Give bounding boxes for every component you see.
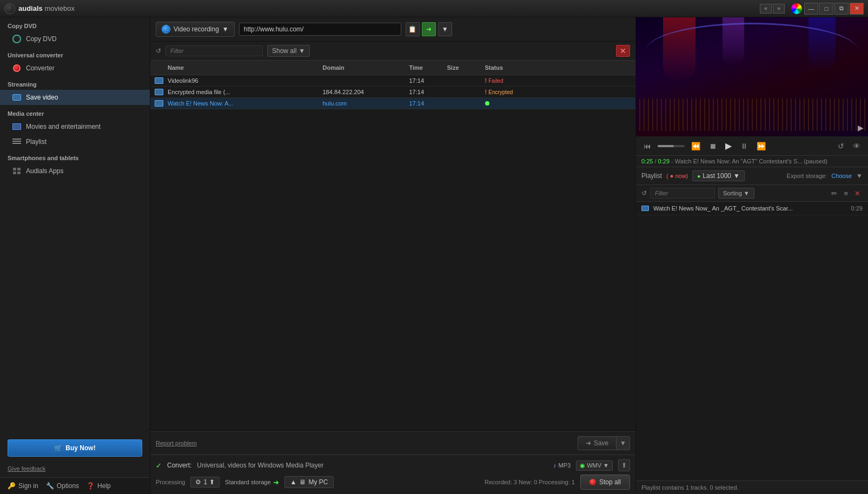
sidebar-item-label: Save video	[26, 94, 58, 101]
sidebar-item-playlist[interactable]: Playlist	[0, 134, 150, 149]
last-1000-arrow: ▼	[733, 172, 740, 180]
choose-link[interactable]: Choose	[831, 173, 852, 179]
table-row[interactable]: Videolink96 17:14 ! Failed	[150, 75, 635, 87]
player-title-text: Watch E! News Now: An "AGT" Contestant's…	[675, 158, 803, 164]
save-button[interactable]: ➜ Save	[578, 436, 617, 450]
report-problem-link[interactable]: Report problem	[156, 440, 197, 446]
playlist-filter-input[interactable]	[650, 188, 715, 199]
last-1000-dropdown[interactable]: ● Last 1000 ▼	[692, 170, 745, 181]
sidebar-section-media-center: Media center	[0, 105, 150, 119]
list-item[interactable]: Watch E! News Now_ An _AGT_ Contestant's…	[636, 202, 868, 215]
sidebar-item-save-video[interactable]: Save video	[0, 90, 150, 105]
sidebar: Copy DVD Copy DVD Universal converter Co…	[0, 17, 150, 494]
sidebar-item-movies[interactable]: Movies and entertainment	[0, 119, 150, 134]
sidebar-item-copy-dvd[interactable]: Copy DVD	[0, 31, 150, 47]
edit-button[interactable]: ✏	[829, 188, 839, 199]
show-all-arrow-icon: ▼	[299, 47, 305, 55]
buy-now-button[interactable]: 🛒 Buy Now!	[8, 439, 142, 457]
pause-button[interactable]: ⏸	[738, 141, 750, 152]
convert-collapse-button[interactable]: ⬆	[618, 459, 630, 471]
url-more-button[interactable]: ▼	[438, 22, 452, 36]
top-bar: Video recording ▼ http://www.hulu.com/ 📋…	[150, 17, 635, 42]
export-dropdown-arrow[interactable]: ▼	[856, 172, 863, 180]
save-dropdown-button[interactable]: ▼	[617, 436, 630, 450]
go-button[interactable]: ➜	[422, 22, 436, 36]
give-feedback-link[interactable]: Give feedback	[0, 462, 150, 477]
player-dash: -	[671, 158, 675, 164]
playlist-filter-refresh-icon: ↺	[641, 189, 647, 197]
sidebar-item-options[interactable]: 🔧 Options	[46, 482, 79, 490]
sidebar-section-streaming: Streaming	[0, 76, 150, 90]
table-row[interactable]: Encrypted media file (... 184.84.222.204…	[150, 87, 635, 98]
row-size	[443, 78, 481, 83]
maximize-button[interactable]: □	[819, 3, 833, 15]
row-status: ! Failed	[481, 75, 636, 86]
mp3-format: ♪ MP3	[553, 462, 571, 469]
repeat-button[interactable]: ↺	[836, 141, 846, 152]
play-button[interactable]: ▶	[723, 140, 734, 152]
wmv-label: WMV	[587, 462, 601, 469]
volume-fill	[658, 145, 674, 147]
show-all-button[interactable]: Show all ▼	[267, 45, 310, 57]
row-status	[481, 98, 636, 109]
rewind-button[interactable]: ⏪	[689, 141, 703, 152]
row-icon-cell	[150, 98, 163, 109]
video-preview: ▶	[636, 17, 868, 136]
stop-icon	[589, 479, 596, 485]
table-row[interactable]: Watch E! News Now: A... hulu.com 17:14	[150, 98, 635, 109]
wmv-format-dropdown[interactable]: ◉ WMV ▼	[576, 460, 613, 471]
recording-dropdown-arrow: ▼	[222, 25, 229, 33]
sorting-dropdown-button[interactable]: Sorting ▼	[718, 188, 754, 199]
url-input[interactable]: http://www.hulu.com/	[239, 23, 401, 36]
clear-button[interactable]: ✕	[616, 45, 630, 57]
nav-forward-button[interactable]: »	[773, 4, 785, 14]
my-pc-button[interactable]: ▲ 🖥 My PC	[284, 476, 334, 488]
sign-in-icon: 🔑	[8, 482, 16, 490]
sidebar-item-converter[interactable]: Converter	[0, 61, 150, 76]
video-thumbnail: ▶	[636, 17, 868, 136]
table-body: Videolink96 17:14 ! Failed Encrypted med…	[150, 75, 635, 431]
buy-now-cart-icon: 🛒	[54, 444, 62, 452]
table-header: Name Domain Time Size Status	[150, 61, 635, 75]
eye-button[interactable]: 👁	[851, 141, 863, 152]
sidebar-item-label: Movies and entertainment	[26, 123, 101, 130]
playlist-filter-bar: ↺ Sorting ▼ ✏ ≡ ✕	[636, 185, 868, 202]
sign-in-label: Sign in	[18, 482, 38, 490]
col-size: Size	[443, 63, 481, 73]
bookmark-button[interactable]: 📋	[406, 22, 420, 36]
recording-globe-icon	[162, 25, 170, 34]
volume-slider[interactable]	[658, 145, 685, 147]
row-size	[443, 101, 481, 106]
skip-back-button[interactable]: ⏮	[641, 141, 653, 152]
processing-label: Processing	[156, 479, 185, 485]
save-label: Save	[594, 439, 608, 447]
minimize-button[interactable]: —	[804, 3, 818, 15]
row-domain	[319, 78, 405, 83]
filter-input[interactable]	[165, 45, 263, 56]
recording-dropdown-button[interactable]: Video recording ▼	[156, 22, 235, 37]
fast-forward-button[interactable]: ⏩	[754, 141, 768, 152]
row-size	[443, 90, 481, 94]
stop-all-label: Stop all	[599, 478, 621, 486]
sidebar-item-audials-apps[interactable]: Audials Apps	[0, 163, 150, 179]
col-status: Status	[481, 63, 636, 73]
recording-stats: Recorded: 3 New: 0 Processing: 1	[485, 479, 575, 485]
sidebar-item-label: Copy DVD	[26, 35, 57, 43]
nav-back-button[interactable]: «	[760, 4, 772, 14]
stop-all-button[interactable]: Stop all	[580, 475, 630, 490]
sidebar-item-help[interactable]: ❓ Help	[87, 482, 111, 490]
row-name: Watch E! News Now: A...	[163, 98, 319, 109]
show-all-label: Show all	[272, 47, 296, 55]
delete-button[interactable]: ✕	[852, 188, 863, 199]
filter-refresh-icon: ↺	[156, 47, 161, 55]
close-button[interactable]: ✕	[850, 3, 864, 15]
stop-button[interactable]: ⏹	[707, 141, 719, 152]
convert-row2: Processing ⚙ 1 ⬆ Standard storage ➜ ▲ 🖥 …	[156, 475, 630, 490]
sidebar-item-sign-in[interactable]: 🔑 Sign in	[8, 482, 38, 490]
processing-up-icon: ⬆	[209, 478, 215, 486]
help-label: Help	[97, 482, 111, 490]
row-icon-cell	[150, 87, 163, 97]
list-view-button[interactable]: ≡	[842, 188, 850, 199]
converter-icon	[12, 64, 22, 72]
restore-button[interactable]: ⧉	[834, 3, 849, 15]
